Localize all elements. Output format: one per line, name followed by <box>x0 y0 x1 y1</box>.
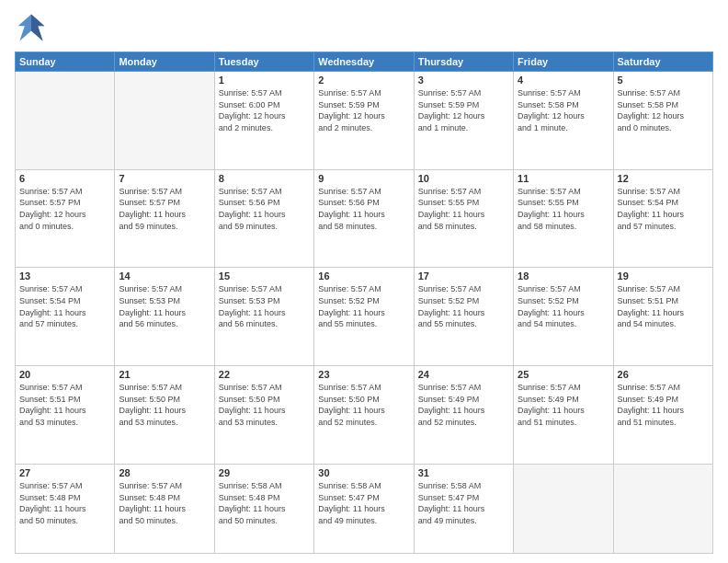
header <box>15 11 713 44</box>
day-number: 1 <box>219 75 310 86</box>
day-info: Sunrise: 5:57 AM Sunset: 5:54 PM Dayligh… <box>19 283 110 329</box>
day-number: 19 <box>618 270 709 282</box>
day-number: 5 <box>618 75 709 86</box>
weekday-header: Thursday <box>414 52 513 72</box>
day-info: Sunrise: 5:57 AM Sunset: 5:58 PM Dayligh… <box>518 87 609 133</box>
day-info: Sunrise: 5:57 AM Sunset: 5:54 PM Dayligh… <box>618 186 709 232</box>
weekday-header: Saturday <box>613 52 712 72</box>
calendar-week-row: 1Sunrise: 5:57 AM Sunset: 6:00 PM Daylig… <box>16 72 713 170</box>
calendar-cell: 8Sunrise: 5:57 AM Sunset: 5:56 PM Daylig… <box>214 169 313 268</box>
weekday-header: Sunday <box>16 52 115 72</box>
day-info: Sunrise: 5:57 AM Sunset: 5:48 PM Dayligh… <box>119 480 210 526</box>
day-info: Sunrise: 5:58 AM Sunset: 5:47 PM Dayligh… <box>418 480 509 526</box>
day-info: Sunrise: 5:57 AM Sunset: 5:55 PM Dayligh… <box>418 186 509 232</box>
day-number: 17 <box>418 270 509 282</box>
day-number: 31 <box>418 467 509 478</box>
day-number: 23 <box>318 369 409 380</box>
calendar-cell: 16Sunrise: 5:57 AM Sunset: 5:52 PM Dayli… <box>314 268 414 366</box>
day-info: Sunrise: 5:57 AM Sunset: 5:49 PM Dayligh… <box>418 382 509 428</box>
day-number: 27 <box>19 467 110 478</box>
logo-icon <box>15 11 48 44</box>
day-number: 30 <box>318 467 409 478</box>
day-number: 14 <box>119 270 210 282</box>
weekday-header: Friday <box>514 52 613 72</box>
day-info: Sunrise: 5:57 AM Sunset: 5:59 PM Dayligh… <box>418 87 509 133</box>
day-info: Sunrise: 5:57 AM Sunset: 5:56 PM Dayligh… <box>318 186 409 232</box>
calendar-week-row: 13Sunrise: 5:57 AM Sunset: 5:54 PM Dayli… <box>16 268 713 366</box>
day-info: Sunrise: 5:57 AM Sunset: 5:48 PM Dayligh… <box>19 480 110 526</box>
calendar-cell: 2Sunrise: 5:57 AM Sunset: 5:59 PM Daylig… <box>314 72 414 170</box>
calendar-cell: 10Sunrise: 5:57 AM Sunset: 5:55 PM Dayli… <box>414 169 513 268</box>
calendar-cell: 29Sunrise: 5:58 AM Sunset: 5:48 PM Dayli… <box>214 464 313 553</box>
calendar-cell <box>613 464 712 553</box>
day-info: Sunrise: 5:57 AM Sunset: 5:50 PM Dayligh… <box>219 382 310 428</box>
calendar-cell: 22Sunrise: 5:57 AM Sunset: 5:50 PM Dayli… <box>214 366 313 465</box>
day-number: 26 <box>618 369 709 380</box>
day-info: Sunrise: 5:57 AM Sunset: 5:58 PM Dayligh… <box>618 87 709 133</box>
calendar-cell <box>16 72 115 170</box>
calendar-cell: 20Sunrise: 5:57 AM Sunset: 5:51 PM Dayli… <box>16 366 115 465</box>
day-number: 13 <box>19 270 110 282</box>
day-number: 7 <box>119 173 210 184</box>
logo <box>15 11 51 44</box>
day-info: Sunrise: 5:57 AM Sunset: 5:53 PM Dayligh… <box>119 283 210 329</box>
day-number: 29 <box>219 467 310 478</box>
day-number: 2 <box>318 75 409 86</box>
calendar-cell: 31Sunrise: 5:58 AM Sunset: 5:47 PM Dayli… <box>414 464 513 553</box>
calendar-cell: 11Sunrise: 5:57 AM Sunset: 5:55 PM Dayli… <box>514 169 613 268</box>
day-info: Sunrise: 5:57 AM Sunset: 5:49 PM Dayligh… <box>518 382 609 428</box>
calendar-week-row: 6Sunrise: 5:57 AM Sunset: 5:57 PM Daylig… <box>16 169 713 268</box>
calendar-week-row: 20Sunrise: 5:57 AM Sunset: 5:51 PM Dayli… <box>16 366 713 465</box>
day-number: 20 <box>19 369 110 380</box>
day-number: 15 <box>219 270 310 282</box>
calendar-table: SundayMondayTuesdayWednesdayThursdayFrid… <box>15 52 713 554</box>
calendar-cell: 17Sunrise: 5:57 AM Sunset: 5:52 PM Dayli… <box>414 268 513 366</box>
calendar-cell: 14Sunrise: 5:57 AM Sunset: 5:53 PM Dayli… <box>115 268 214 366</box>
day-number: 25 <box>518 369 609 380</box>
day-number: 24 <box>418 369 509 380</box>
day-info: Sunrise: 5:57 AM Sunset: 5:56 PM Dayligh… <box>219 186 310 232</box>
calendar-cell: 24Sunrise: 5:57 AM Sunset: 5:49 PM Dayli… <box>414 366 513 465</box>
calendar-cell: 21Sunrise: 5:57 AM Sunset: 5:50 PM Dayli… <box>115 366 214 465</box>
page: SundayMondayTuesdayWednesdayThursdayFrid… <box>0 0 728 563</box>
calendar-cell <box>514 464 613 553</box>
day-number: 22 <box>219 369 310 380</box>
calendar-cell: 3Sunrise: 5:57 AM Sunset: 5:59 PM Daylig… <box>414 72 513 170</box>
calendar-cell: 26Sunrise: 5:57 AM Sunset: 5:49 PM Dayli… <box>613 366 712 465</box>
day-info: Sunrise: 5:57 AM Sunset: 5:52 PM Dayligh… <box>518 283 609 329</box>
day-info: Sunrise: 5:57 AM Sunset: 5:53 PM Dayligh… <box>219 283 310 329</box>
day-number: 8 <box>219 173 310 184</box>
calendar-cell: 30Sunrise: 5:58 AM Sunset: 5:47 PM Dayli… <box>314 464 414 553</box>
calendar-week-row: 27Sunrise: 5:57 AM Sunset: 5:48 PM Dayli… <box>16 464 713 553</box>
day-number: 28 <box>119 467 210 478</box>
calendar-cell: 1Sunrise: 5:57 AM Sunset: 6:00 PM Daylig… <box>214 72 313 170</box>
day-info: Sunrise: 5:57 AM Sunset: 5:57 PM Dayligh… <box>19 186 110 232</box>
day-info: Sunrise: 5:57 AM Sunset: 5:52 PM Dayligh… <box>318 283 409 329</box>
svg-marker-1 <box>31 15 44 41</box>
calendar-cell: 9Sunrise: 5:57 AM Sunset: 5:56 PM Daylig… <box>314 169 414 268</box>
day-number: 4 <box>518 75 609 86</box>
day-info: Sunrise: 5:57 AM Sunset: 5:59 PM Dayligh… <box>318 87 409 133</box>
calendar-cell: 12Sunrise: 5:57 AM Sunset: 5:54 PM Dayli… <box>613 169 712 268</box>
day-info: Sunrise: 5:57 AM Sunset: 5:55 PM Dayligh… <box>518 186 609 232</box>
day-info: Sunrise: 5:57 AM Sunset: 5:49 PM Dayligh… <box>618 382 709 428</box>
calendar-cell: 23Sunrise: 5:57 AM Sunset: 5:50 PM Dayli… <box>314 366 414 465</box>
calendar-cell: 6Sunrise: 5:57 AM Sunset: 5:57 PM Daylig… <box>16 169 115 268</box>
day-info: Sunrise: 5:57 AM Sunset: 5:52 PM Dayligh… <box>418 283 509 329</box>
calendar-cell <box>115 72 214 170</box>
calendar-cell: 5Sunrise: 5:57 AM Sunset: 5:58 PM Daylig… <box>613 72 712 170</box>
weekday-row: SundayMondayTuesdayWednesdayThursdayFrid… <box>16 52 713 72</box>
day-number: 21 <box>119 369 210 380</box>
calendar-cell: 4Sunrise: 5:57 AM Sunset: 5:58 PM Daylig… <box>514 72 613 170</box>
calendar-cell: 25Sunrise: 5:57 AM Sunset: 5:49 PM Dayli… <box>514 366 613 465</box>
day-info: Sunrise: 5:57 AM Sunset: 5:51 PM Dayligh… <box>618 283 709 329</box>
day-info: Sunrise: 5:57 AM Sunset: 5:50 PM Dayligh… <box>119 382 210 428</box>
day-info: Sunrise: 5:57 AM Sunset: 5:57 PM Dayligh… <box>119 186 210 232</box>
day-number: 16 <box>318 270 409 282</box>
calendar-header: SundayMondayTuesdayWednesdayThursdayFrid… <box>16 52 713 72</box>
calendar-cell: 7Sunrise: 5:57 AM Sunset: 5:57 PM Daylig… <box>115 169 214 268</box>
day-info: Sunrise: 5:57 AM Sunset: 5:50 PM Dayligh… <box>318 382 409 428</box>
calendar-cell: 19Sunrise: 5:57 AM Sunset: 5:51 PM Dayli… <box>613 268 712 366</box>
day-number: 3 <box>418 75 509 86</box>
day-number: 10 <box>418 173 509 184</box>
